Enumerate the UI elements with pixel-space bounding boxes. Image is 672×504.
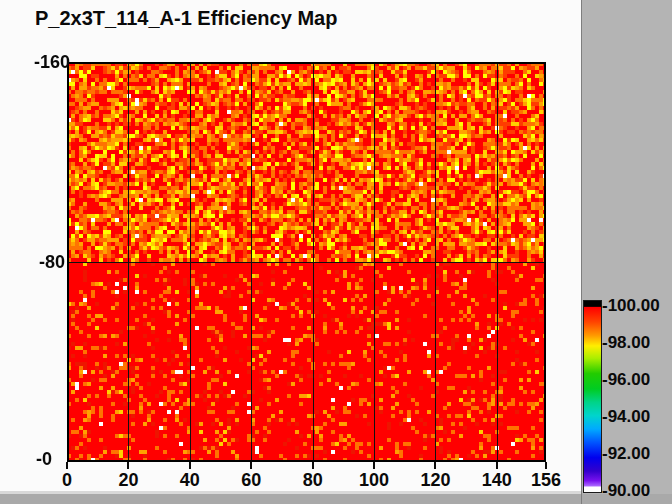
x-tick-mark (434, 462, 436, 469)
colorbar-tick-label: -92.00 (602, 444, 650, 464)
colorbar-tick-label: -100.00 (602, 296, 660, 316)
x-tick-mark (545, 462, 547, 469)
page-title: P_2x3T_114_A-1 Efficiency Map (35, 7, 337, 30)
x-tick-mark (66, 462, 68, 469)
x-tick-mark (250, 462, 252, 469)
x-tick-mark (312, 462, 314, 469)
plot-canvas: P_2x3T_114_A-1 Efficiency Map 0204060801… (0, 0, 581, 491)
x-tick-label: 0 (62, 470, 72, 491)
x-tick-mark (373, 462, 375, 469)
colorbar-gradient (583, 300, 602, 493)
x-tick-label: 20 (118, 470, 138, 491)
efficiency-heatmap (67, 62, 546, 462)
x-tick-label: 60 (241, 470, 261, 491)
colorbar-tick-label: -90.00 (602, 481, 650, 501)
colorbar-tick-label: -96.00 (602, 370, 650, 390)
x-tick-mark (189, 462, 191, 469)
colorbar-tick-label: -94.00 (602, 407, 650, 427)
y-tick-label: -160 (34, 52, 70, 73)
x-tick-mark (496, 462, 498, 469)
x-tick-label: 100 (359, 470, 389, 491)
x-tick-label: 120 (420, 470, 450, 491)
colorbar-tick-label: -98.00 (602, 333, 650, 353)
y-tick-label: -0 (36, 449, 52, 470)
x-tick-label: 40 (180, 470, 200, 491)
x-tick-mark (127, 462, 129, 469)
panel-divider (581, 0, 582, 504)
x-tick-label: 156 (531, 470, 561, 491)
x-tick-label: 140 (482, 470, 512, 491)
x-tick-label: 80 (303, 470, 323, 491)
y-tick-label: -80 (39, 252, 65, 273)
window-bottom-strip (0, 494, 672, 504)
